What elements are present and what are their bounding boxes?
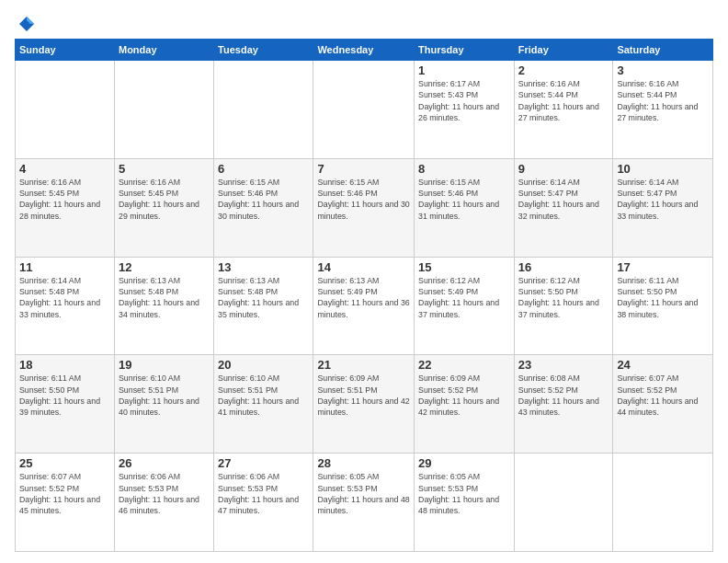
day-info: Sunrise: 6:13 AMSunset: 5:48 PMDaylight:… bbox=[218, 275, 309, 320]
day-info: Sunrise: 6:14 AMSunset: 5:47 PMDaylight:… bbox=[518, 177, 609, 222]
day-number: 21 bbox=[317, 358, 410, 372]
table-row: 23Sunrise: 6:08 AMSunset: 5:52 PMDayligh… bbox=[514, 355, 613, 454]
day-number: 10 bbox=[617, 162, 709, 176]
table-row: 20Sunrise: 6:10 AMSunset: 5:51 PMDayligh… bbox=[214, 355, 313, 454]
table-row: 3Sunrise: 6:16 AMSunset: 5:44 PMDaylight… bbox=[613, 61, 713, 159]
table-row: 12Sunrise: 6:13 AMSunset: 5:48 PMDayligh… bbox=[114, 257, 213, 355]
day-number: 26 bbox=[119, 456, 210, 470]
day-info: Sunrise: 6:10 AMSunset: 5:51 PMDaylight:… bbox=[218, 373, 309, 418]
day-info: Sunrise: 6:16 AMSunset: 5:44 PMDaylight:… bbox=[617, 78, 709, 123]
col-monday: Monday bbox=[114, 40, 213, 61]
day-info: Sunrise: 6:17 AMSunset: 5:43 PMDaylight:… bbox=[418, 78, 510, 123]
calendar-week-row: 25Sunrise: 6:07 AMSunset: 5:52 PMDayligh… bbox=[16, 454, 713, 552]
table-row: 5Sunrise: 6:16 AMSunset: 5:45 PMDaylight… bbox=[114, 158, 213, 257]
day-number: 6 bbox=[218, 162, 309, 176]
day-number: 17 bbox=[617, 260, 709, 274]
col-wednesday: Wednesday bbox=[313, 40, 415, 61]
calendar-week-row: 18Sunrise: 6:11 AMSunset: 5:50 PMDayligh… bbox=[16, 355, 713, 454]
table-row bbox=[313, 61, 415, 159]
day-info: Sunrise: 6:15 AMSunset: 5:46 PMDaylight:… bbox=[418, 177, 510, 222]
day-info: Sunrise: 6:13 AMSunset: 5:48 PMDaylight:… bbox=[119, 275, 210, 320]
table-row: 26Sunrise: 6:06 AMSunset: 5:53 PMDayligh… bbox=[114, 454, 213, 552]
day-number: 20 bbox=[218, 358, 309, 372]
day-number: 3 bbox=[617, 63, 709, 77]
day-number: 23 bbox=[518, 358, 609, 372]
day-number: 25 bbox=[19, 456, 110, 470]
col-saturday: Saturday bbox=[613, 40, 713, 61]
table-row bbox=[214, 61, 313, 159]
day-info: Sunrise: 6:11 AMSunset: 5:50 PMDaylight:… bbox=[19, 373, 110, 418]
table-row: 21Sunrise: 6:09 AMSunset: 5:51 PMDayligh… bbox=[313, 355, 415, 454]
table-row: 24Sunrise: 6:07 AMSunset: 5:52 PMDayligh… bbox=[613, 355, 713, 454]
day-number: 7 bbox=[317, 162, 410, 176]
day-info: Sunrise: 6:06 AMSunset: 5:53 PMDaylight:… bbox=[119, 471, 210, 516]
table-row: 10Sunrise: 6:14 AMSunset: 5:47 PMDayligh… bbox=[613, 158, 713, 257]
day-info: Sunrise: 6:09 AMSunset: 5:51 PMDaylight:… bbox=[317, 373, 410, 418]
day-number: 14 bbox=[317, 260, 410, 274]
table-row: 19Sunrise: 6:10 AMSunset: 5:51 PMDayligh… bbox=[114, 355, 213, 454]
day-info: Sunrise: 6:07 AMSunset: 5:52 PMDaylight:… bbox=[19, 471, 110, 516]
day-number: 2 bbox=[518, 63, 609, 77]
day-info: Sunrise: 6:07 AMSunset: 5:52 PMDaylight:… bbox=[617, 373, 709, 418]
day-info: Sunrise: 6:15 AMSunset: 5:46 PMDaylight:… bbox=[317, 177, 410, 222]
table-row bbox=[613, 454, 713, 552]
table-row bbox=[16, 61, 115, 159]
table-row: 15Sunrise: 6:12 AMSunset: 5:49 PMDayligh… bbox=[415, 257, 515, 355]
col-thursday: Thursday bbox=[415, 40, 515, 61]
day-info: Sunrise: 6:10 AMSunset: 5:51 PMDaylight:… bbox=[119, 373, 210, 418]
calendar-header-row: Sunday Monday Tuesday Wednesday Thursday… bbox=[16, 40, 713, 61]
day-info: Sunrise: 6:14 AMSunset: 5:48 PMDaylight:… bbox=[19, 275, 110, 320]
day-info: Sunrise: 6:05 AMSunset: 5:53 PMDaylight:… bbox=[317, 471, 410, 516]
day-info: Sunrise: 6:15 AMSunset: 5:46 PMDaylight:… bbox=[218, 177, 309, 222]
day-info: Sunrise: 6:08 AMSunset: 5:52 PMDaylight:… bbox=[518, 373, 609, 418]
day-info: Sunrise: 6:12 AMSunset: 5:50 PMDaylight:… bbox=[518, 275, 609, 320]
day-number: 11 bbox=[19, 260, 110, 274]
day-number: 29 bbox=[418, 456, 510, 470]
day-info: Sunrise: 6:16 AMSunset: 5:44 PMDaylight:… bbox=[518, 78, 609, 123]
table-row: 9Sunrise: 6:14 AMSunset: 5:47 PMDaylight… bbox=[514, 158, 613, 257]
table-row: 18Sunrise: 6:11 AMSunset: 5:50 PMDayligh… bbox=[16, 355, 115, 454]
col-tuesday: Tuesday bbox=[214, 40, 313, 61]
calendar-week-row: 1Sunrise: 6:17 AMSunset: 5:43 PMDaylight… bbox=[16, 61, 713, 159]
page: Sunday Monday Tuesday Wednesday Thursday… bbox=[0, 0, 728, 563]
day-number: 12 bbox=[119, 260, 210, 274]
table-row: 4Sunrise: 6:16 AMSunset: 5:45 PMDaylight… bbox=[16, 158, 115, 257]
day-number: 4 bbox=[19, 162, 110, 176]
table-row: 1Sunrise: 6:17 AMSunset: 5:43 PMDaylight… bbox=[415, 61, 515, 159]
day-number: 24 bbox=[617, 358, 709, 372]
table-row: 27Sunrise: 6:06 AMSunset: 5:53 PMDayligh… bbox=[214, 454, 313, 552]
table-row: 8Sunrise: 6:15 AMSunset: 5:46 PMDaylight… bbox=[415, 158, 515, 257]
table-row: 29Sunrise: 6:05 AMSunset: 5:53 PMDayligh… bbox=[415, 454, 515, 552]
day-info: Sunrise: 6:09 AMSunset: 5:52 PMDaylight:… bbox=[418, 373, 510, 418]
table-row: 28Sunrise: 6:05 AMSunset: 5:53 PMDayligh… bbox=[313, 454, 415, 552]
day-info: Sunrise: 6:05 AMSunset: 5:53 PMDaylight:… bbox=[418, 471, 510, 516]
day-number: 8 bbox=[418, 162, 510, 176]
header bbox=[15, 11, 713, 33]
table-row: 6Sunrise: 6:15 AMSunset: 5:46 PMDaylight… bbox=[214, 158, 313, 257]
calendar-week-row: 4Sunrise: 6:16 AMSunset: 5:45 PMDaylight… bbox=[16, 158, 713, 257]
day-info: Sunrise: 6:16 AMSunset: 5:45 PMDaylight:… bbox=[19, 177, 110, 222]
day-number: 13 bbox=[218, 260, 309, 274]
day-number: 28 bbox=[317, 456, 410, 470]
day-info: Sunrise: 6:14 AMSunset: 5:47 PMDaylight:… bbox=[617, 177, 709, 222]
day-number: 15 bbox=[418, 260, 510, 274]
day-number: 16 bbox=[518, 260, 609, 274]
table-row bbox=[114, 61, 213, 159]
day-number: 18 bbox=[19, 358, 110, 372]
day-number: 27 bbox=[218, 456, 309, 470]
logo-icon bbox=[17, 15, 36, 33]
table-row: 17Sunrise: 6:11 AMSunset: 5:50 PMDayligh… bbox=[613, 257, 713, 355]
table-row: 13Sunrise: 6:13 AMSunset: 5:48 PMDayligh… bbox=[214, 257, 313, 355]
day-info: Sunrise: 6:13 AMSunset: 5:49 PMDaylight:… bbox=[317, 275, 410, 320]
table-row: 2Sunrise: 6:16 AMSunset: 5:44 PMDaylight… bbox=[514, 61, 613, 159]
day-info: Sunrise: 6:16 AMSunset: 5:45 PMDaylight:… bbox=[119, 177, 210, 222]
day-info: Sunrise: 6:11 AMSunset: 5:50 PMDaylight:… bbox=[617, 275, 709, 320]
day-info: Sunrise: 6:12 AMSunset: 5:49 PMDaylight:… bbox=[418, 275, 510, 320]
calendar-table: Sunday Monday Tuesday Wednesday Thursday… bbox=[15, 39, 713, 552]
table-row: 7Sunrise: 6:15 AMSunset: 5:46 PMDaylight… bbox=[313, 158, 415, 257]
col-friday: Friday bbox=[514, 40, 613, 61]
table-row: 25Sunrise: 6:07 AMSunset: 5:52 PMDayligh… bbox=[16, 454, 115, 552]
table-row: 16Sunrise: 6:12 AMSunset: 5:50 PMDayligh… bbox=[514, 257, 613, 355]
day-number: 1 bbox=[418, 63, 510, 77]
day-number: 19 bbox=[119, 358, 210, 372]
